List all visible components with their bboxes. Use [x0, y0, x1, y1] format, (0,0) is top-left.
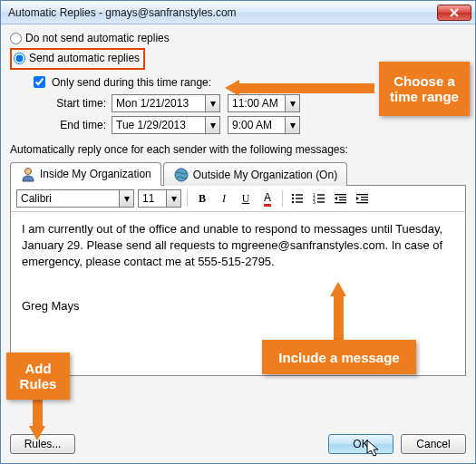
- svg-text:3: 3: [313, 199, 316, 205]
- arrow-head-icon: [330, 282, 346, 296]
- chevron-down-icon[interactable]: ▾: [205, 95, 219, 111]
- outdent-button[interactable]: [332, 189, 350, 208]
- callout-arrow: [33, 400, 43, 427]
- chevron-down-icon[interactable]: ▾: [166, 190, 180, 207]
- svg-point-1: [175, 169, 188, 181]
- start-time-value: 11:00 AM: [228, 97, 285, 110]
- radio-send[interactable]: Send automatic replies: [14, 52, 140, 64]
- chevron-down-icon[interactable]: ▾: [205, 117, 219, 133]
- dialog-buttons: Rules... OK Cancel: [10, 434, 466, 454]
- svg-rect-9: [317, 194, 325, 195]
- message-body: I am currently out of the office and una…: [22, 221, 454, 271]
- svg-point-0: [25, 169, 32, 175]
- underline-button[interactable]: U: [237, 189, 255, 208]
- bold-button[interactable]: B: [193, 189, 211, 208]
- callout-include-message: Include a message: [262, 340, 416, 374]
- start-date-value: Mon 1/21/2013: [112, 97, 205, 110]
- callout-arrow: [334, 295, 344, 341]
- tab-inside-label: Inside My Organization: [40, 168, 151, 180]
- svg-rect-18: [356, 194, 368, 195]
- chevron-down-icon[interactable]: ▾: [285, 95, 299, 111]
- arrow-head-icon: [29, 426, 45, 440]
- separator: [282, 190, 283, 207]
- font-family-value: Calibri: [17, 192, 119, 205]
- separator: [187, 190, 188, 207]
- end-date-combo[interactable]: Tue 1/29/2013 ▾: [112, 116, 220, 134]
- font-family-combo[interactable]: Calibri ▾: [16, 189, 134, 208]
- svg-rect-16: [339, 199, 346, 200]
- svg-rect-3: [296, 194, 303, 195]
- tab-outside-label: Outside My Organization (On): [193, 169, 337, 181]
- dialog-body: Do not send automatic replies Send autom…: [1, 24, 475, 463]
- arrow-head-icon: [225, 80, 239, 96]
- only-send-label: Only send during this time range:: [52, 76, 211, 89]
- start-time-label: Start time:: [30, 97, 112, 110]
- indent-button[interactable]: [354, 189, 372, 208]
- cancel-button[interactable]: Cancel: [401, 434, 466, 454]
- svg-rect-13: [317, 201, 325, 202]
- radio-do-not-send[interactable]: Do not send automatic replies: [10, 32, 466, 44]
- radio-send-label: Send automatic replies: [29, 52, 140, 64]
- window-title: Automatic Replies - gmays@sanfranstyles.…: [8, 6, 437, 19]
- svg-rect-14: [335, 194, 346, 195]
- tabs: Inside My Organization Outside My Organi…: [10, 161, 466, 186]
- start-date-combo[interactable]: Mon 1/21/2013 ▾: [112, 94, 220, 112]
- svg-point-2: [292, 194, 294, 196]
- svg-rect-21: [356, 202, 368, 203]
- tab-outside-organization[interactable]: Outside My Organization (On): [163, 162, 347, 186]
- font-color-button[interactable]: A: [258, 189, 277, 208]
- only-send-checkbox[interactable]: [34, 76, 45, 88]
- svg-rect-20: [361, 199, 368, 200]
- chevron-down-icon[interactable]: ▾: [285, 117, 299, 133]
- reply-description: Automatically reply once for each sender…: [10, 143, 466, 156]
- callout-arrow: [238, 83, 374, 93]
- bullet-list-button[interactable]: [288, 189, 306, 208]
- callout-add-rules: Add Rules: [6, 353, 70, 400]
- message-signature: Greg Mays: [22, 298, 454, 314]
- radio-do-not-send-input[interactable]: [10, 33, 22, 44]
- automatic-replies-dialog: Automatic Replies - gmays@sanfranstyles.…: [0, 0, 476, 464]
- font-size-combo[interactable]: 11 ▾: [138, 189, 181, 208]
- end-time-label: End time:: [30, 119, 112, 131]
- font-size-value: 11: [139, 192, 166, 205]
- svg-rect-19: [361, 197, 368, 198]
- titlebar: Automatic Replies - gmays@sanfranstyles.…: [1, 1, 475, 24]
- callout-time-range: Choose a time range: [379, 62, 470, 116]
- person-icon: [20, 166, 36, 182]
- end-date-value: Tue 1/29/2013: [112, 119, 205, 131]
- tab-inside-organization[interactable]: Inside My Organization: [10, 162, 161, 186]
- numbered-list-button[interactable]: 123: [310, 189, 328, 208]
- end-time-value: 9:00 AM: [228, 119, 285, 131]
- chevron-down-icon[interactable]: ▾: [119, 190, 133, 207]
- svg-point-6: [292, 201, 294, 203]
- svg-rect-11: [317, 198, 325, 198]
- svg-rect-15: [339, 197, 346, 198]
- close-button[interactable]: [437, 5, 471, 21]
- svg-rect-7: [296, 201, 303, 202]
- radio-do-not-send-label: Do not send automatic replies: [25, 32, 170, 44]
- italic-button[interactable]: I: [215, 189, 233, 208]
- editor-toolbar: Calibri ▾ 11 ▾ B I U A 123: [11, 186, 465, 212]
- radio-send-input[interactable]: [14, 53, 25, 64]
- highlight-send-automatic: Send automatic replies: [10, 48, 145, 70]
- svg-rect-5: [296, 198, 303, 198]
- svg-point-4: [292, 198, 294, 199]
- svg-rect-17: [335, 202, 346, 203]
- start-time-combo[interactable]: 11:00 AM ▾: [228, 94, 300, 112]
- ok-button[interactable]: OK: [328, 434, 393, 454]
- globe-icon: [173, 167, 189, 183]
- end-time-combo[interactable]: 9:00 AM ▾: [228, 116, 300, 134]
